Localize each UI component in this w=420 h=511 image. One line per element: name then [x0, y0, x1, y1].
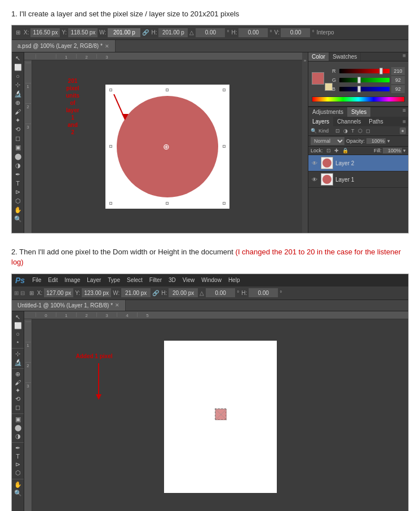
lasso-tool-icon[interactable]: ○	[13, 73, 23, 80]
menu-filter[interactable]: Filter	[147, 276, 165, 284]
menu-view[interactable]: View	[180, 276, 198, 284]
menu-file[interactable]: File	[29, 276, 44, 284]
menu-edit[interactable]: Edit	[45, 276, 60, 284]
w-input[interactable]	[108, 28, 140, 37]
h2-input[interactable]	[238, 28, 268, 37]
pixel-filter-icon[interactable]: ⊡	[334, 128, 341, 134]
angle-input[interactable]	[196, 28, 225, 37]
g-slider[interactable]	[339, 78, 390, 82]
tab1-close[interactable]: ✕	[105, 43, 109, 49]
b-slider[interactable]	[339, 87, 390, 91]
crop2-icon[interactable]: ⊹	[13, 350, 23, 358]
tab2[interactable]: Untitled-1 @ 100% (Layer 1, RGB/8) * ✕	[12, 300, 126, 311]
fill-input[interactable]	[383, 148, 402, 153]
opacity-arrow[interactable]: ▾	[387, 138, 390, 144]
type-filter-icon[interactable]: T	[350, 128, 356, 134]
menu-3d[interactable]: 3D	[166, 276, 179, 284]
gradient2-icon[interactable]: ▣	[13, 416, 23, 423]
tab1[interactable]: a.psd @ 100% (Layer 2, RGB/8) * ✕	[12, 40, 116, 52]
layer2-item[interactable]: 👁 Layer 2	[308, 155, 408, 171]
opacity-input[interactable]	[366, 138, 386, 144]
h-input[interactable]	[158, 28, 188, 37]
layer1-item[interactable]: 👁 Layer 1	[308, 171, 408, 188]
y-input[interactable]	[68, 28, 98, 37]
x-input[interactable]	[30, 28, 60, 37]
w2-input[interactable]	[121, 288, 151, 297]
collapse-arrow1[interactable]: »	[304, 58, 306, 63]
styles-tab[interactable]: Styles	[347, 107, 370, 117]
dodge2-icon[interactable]: ◑	[13, 433, 23, 440]
h3-input[interactable]	[249, 288, 278, 297]
zoom-icon[interactable]: 🔍	[13, 215, 23, 223]
v-input[interactable]	[281, 28, 310, 37]
magic2-icon[interactable]: ⋆	[13, 338, 23, 346]
eraser2-icon[interactable]: ◻	[13, 404, 23, 411]
fill-arrow[interactable]: ▾	[403, 148, 406, 153]
lock-position-icon[interactable]: ✚	[333, 148, 340, 153]
type2-icon[interactable]: T	[13, 453, 23, 460]
lasso2-icon[interactable]: ○	[13, 331, 23, 337]
foreground-color-swatch[interactable]	[312, 72, 324, 85]
adj-filter-icon[interactable]: ◑	[342, 128, 349, 134]
type-icon[interactable]: T	[13, 180, 23, 187]
menu-select[interactable]: Select	[124, 276, 145, 284]
hand-icon[interactable]: ✋	[13, 206, 23, 214]
adj-panel-menu-icon[interactable]: ≡	[403, 107, 408, 117]
blend-mode-dropdown[interactable]: Normal	[311, 137, 344, 145]
heal2-icon[interactable]: ⊕	[13, 371, 23, 378]
shape2-icon[interactable]: ⬡	[13, 469, 23, 477]
swatches-tab[interactable]: Swatches	[329, 52, 361, 61]
gradient-icon[interactable]: ▣	[13, 144, 23, 151]
menu-help[interactable]: Help	[226, 276, 243, 284]
channels-tab[interactable]: Channels	[333, 117, 365, 126]
menu-type[interactable]: Type	[105, 276, 123, 284]
menu-image[interactable]: Image	[61, 276, 83, 284]
layer1-eye-icon[interactable]: 👁	[311, 177, 319, 183]
marquee-tool-icon[interactable]: ⬜	[13, 64, 23, 71]
heal-icon[interactable]: ⊕	[13, 99, 23, 107]
r-value-input[interactable]	[391, 67, 405, 75]
hand2-icon[interactable]: ✋	[13, 481, 23, 488]
color-swatch-container[interactable]	[312, 72, 330, 88]
layers-panel-menu-icon[interactable]: ≡	[403, 118, 408, 125]
select-mode-icon[interactable]: ⊞ ⊟	[14, 290, 25, 296]
layers-tab[interactable]: Layers	[308, 117, 333, 126]
x2-input[interactable]	[44, 288, 73, 297]
shape-filter-icon[interactable]: ⬡	[357, 128, 364, 134]
path-select2-icon[interactable]: ⊳	[13, 461, 23, 468]
arrow-tool-icon[interactable]: ↖	[13, 55, 23, 62]
pen2-icon[interactable]: ✒	[13, 444, 23, 452]
lock-all-icon[interactable]: 🔒	[341, 148, 350, 153]
y2-input[interactable]	[82, 288, 111, 297]
brush2-icon[interactable]: 🖌	[13, 379, 23, 386]
b-value-input[interactable]	[391, 85, 405, 93]
rect-marquee2-icon[interactable]: ⬜	[13, 322, 23, 329]
eraser-icon[interactable]: ◻	[13, 135, 23, 142]
clone-icon[interactable]: ✦	[13, 117, 23, 124]
menu-layer[interactable]: Layer	[84, 276, 104, 284]
color-panel-menu-icon[interactable]: ≡	[403, 52, 408, 61]
shape-icon[interactable]: ⬡	[13, 197, 23, 205]
angle2-input[interactable]	[206, 288, 235, 297]
crop-tool-icon[interactable]: ⊹	[13, 81, 23, 89]
tab2-close[interactable]: ✕	[115, 302, 120, 308]
stamp2-icon[interactable]: ✦	[13, 387, 23, 394]
background-color-swatch[interactable]	[325, 83, 333, 91]
r-slider[interactable]	[339, 69, 390, 73]
blur2-icon[interactable]: ⬤	[13, 424, 23, 431]
zoom2-icon[interactable]: 🔍	[13, 490, 23, 497]
filter-toggle[interactable]: ●	[400, 127, 406, 134]
adjustments-tab[interactable]: Adjustments	[308, 107, 347, 117]
eyedropper2-icon[interactable]: 🔬	[13, 359, 23, 366]
h2-input[interactable]	[169, 288, 198, 297]
menu-window[interactable]: Window	[198, 276, 224, 284]
move2-icon[interactable]: ↖	[13, 314, 23, 321]
pen-icon[interactable]: ✒	[13, 171, 23, 178]
paths-tab[interactable]: Paths	[365, 117, 387, 126]
smartobj-filter-icon[interactable]: ◻	[365, 128, 371, 134]
brush-icon[interactable]: 🖌	[13, 108, 23, 115]
spectrum-bar1[interactable]	[312, 96, 405, 102]
eyedropper-icon[interactable]: 🔬	[13, 90, 23, 98]
blur-icon[interactable]: ⬤	[13, 153, 23, 160]
color-tab[interactable]: Color	[308, 52, 329, 61]
